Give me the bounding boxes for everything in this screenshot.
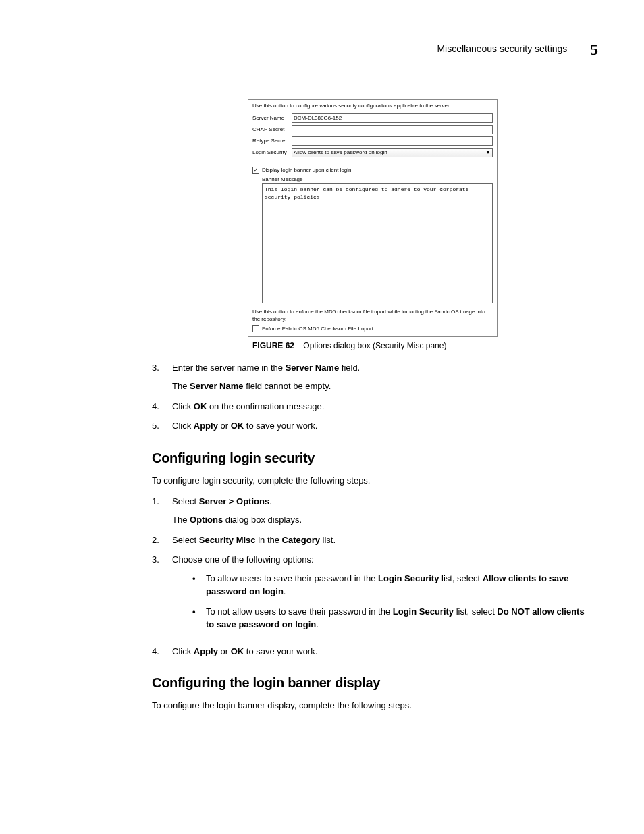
display-banner-checkbox-row: ✓ Display login banner upon client login [252, 167, 493, 174]
step-4b: 4. Click Apply or OK to save your work. [152, 645, 593, 658]
step-3b: 3. Choose one of the following options: … [152, 553, 593, 638]
step-body: Click Apply or OK to save your work. [172, 419, 593, 433]
bullet-item: • To not allow users to save their passw… [192, 605, 593, 631]
display-banner-checkbox[interactable]: ✓ [252, 167, 259, 174]
section-heading-login-banner: Configuring the login banner display [152, 675, 593, 691]
content-area: Use this option to configure various sec… [152, 99, 593, 710]
header-title: Miscellaneous security settings [437, 43, 567, 54]
bullet-list: • To allow users to save their password … [172, 572, 593, 631]
step-num: 1. [152, 495, 172, 527]
section-intro: To configure login security, complete th… [152, 475, 593, 486]
step-1: 1. Select Server > Options. The Options … [152, 495, 593, 527]
login-security-dropdown[interactable]: Allow clients to save password on login … [292, 148, 493, 157]
step-2: 2. Select Security Misc in the Category … [152, 533, 593, 547]
retype-secret-input[interactable] [292, 136, 493, 146]
step-body: Choose one of the following options: • T… [172, 553, 593, 638]
chap-secret-label: CHAP Secret [252, 126, 292, 133]
step-body: Click Apply or OK to save your work. [172, 645, 593, 658]
banner-message-textarea[interactable]: This login banner can be configured to a… [262, 183, 493, 303]
bullet-text: To not allow users to save their passwor… [206, 605, 593, 631]
chap-secret-row: CHAP Secret [252, 125, 493, 134]
enforce-md5-row: Enforce Fabric OS MD5 Checksum File Impo… [252, 325, 493, 332]
login-security-value: Allow clients to save password on login [294, 149, 387, 157]
bullet-text: To allow users to save their password in… [206, 572, 593, 598]
md5-option-text: Use this option to enforce the MD5 check… [252, 309, 493, 323]
retype-secret-row: Retype Secret [252, 136, 493, 146]
page: Miscellaneous security settings 5 Use th… [0, 0, 644, 834]
enforce-md5-label: Enforce Fabric OS MD5 Checksum File Impo… [262, 325, 373, 332]
bullet-icon: • [192, 605, 206, 631]
step-num: 5. [152, 419, 172, 433]
step-body: Click OK on the confirmation message. [172, 400, 593, 413]
chap-secret-input[interactable] [292, 125, 493, 134]
dialog-intro-text: Use this option to configure various sec… [252, 103, 493, 109]
server-name-input[interactable]: DCM-DL380G6-152 [292, 113, 493, 123]
enforce-md5-checkbox[interactable] [252, 325, 259, 332]
step-body: Select Server > Options. The Options dia… [172, 495, 593, 527]
bullet-item: • To allow users to save their password … [192, 572, 593, 598]
step-num: 3. [152, 553, 172, 638]
options-dialog-screenshot: Use this option to configure various sec… [248, 99, 498, 337]
login-security-row: Login Security Allow clients to save pas… [252, 148, 493, 157]
step-num: 3. [152, 361, 172, 393]
section-heading-login-security: Configuring login security [152, 450, 593, 466]
step-5: 5. Click Apply or OK to save your work. [152, 419, 593, 433]
step-num: 4. [152, 645, 172, 658]
step-3: 3. Enter the server name in the Server N… [152, 361, 593, 393]
section-intro: To configure the login banner display, c… [152, 700, 593, 710]
step-list-a: 3. Enter the server name in the Server N… [152, 361, 593, 433]
step-num: 4. [152, 400, 172, 413]
server-name-label: Server Name [252, 115, 292, 122]
step-body: Enter the server name in the Server Name… [172, 361, 593, 393]
step-sub: The Options dialog box displays. [172, 513, 593, 527]
step-list-b: 1. Select Server > Options. The Options … [152, 495, 593, 658]
bullet-icon: • [192, 572, 206, 598]
figure-label: FIGURE 62 [252, 341, 294, 350]
step-num: 2. [152, 533, 172, 547]
step-4: 4. Click OK on the confirmation message. [152, 400, 593, 413]
retype-secret-label: Retype Secret [252, 138, 292, 145]
login-security-label: Login Security [252, 149, 292, 156]
step-sub: The Server Name field cannot be empty. [172, 380, 593, 393]
step-body: Select Security Misc in the Category lis… [172, 533, 593, 547]
figure-caption: FIGURE 62 Options dialog box (Security M… [252, 341, 493, 350]
chevron-down-icon: ▼ [485, 149, 491, 157]
display-banner-label: Display login banner upon client login [262, 167, 352, 174]
server-name-row: Server Name DCM-DL380G6-152 [252, 113, 493, 123]
chapter-number: 5 [590, 41, 598, 58]
figure-text: Options dialog box (Security Misc pane) [303, 341, 446, 350]
page-header: Miscellaneous security settings 5 [41, 41, 603, 59]
banner-message-label: Banner Message [262, 176, 493, 183]
